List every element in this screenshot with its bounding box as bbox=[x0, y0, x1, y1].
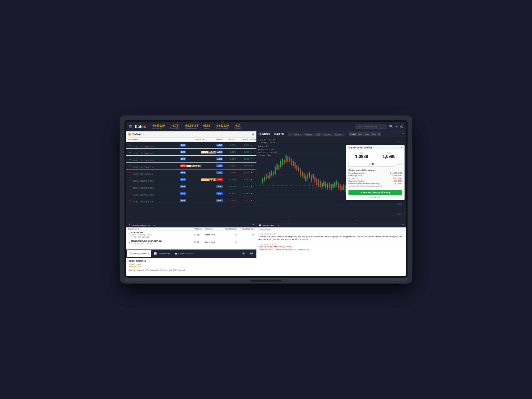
hamburger-menu[interactable]: ☰ bbox=[129, 124, 132, 129]
search-placeholder[interactable]: Volltextsuche bbox=[259, 228, 271, 231]
watchlist-row[interactable]: ▼ US 30 Index USD | 17:15:27 | -0,13% BI… bbox=[126, 163, 256, 169]
watchlist-row[interactable]: ▲ ALPHABET INC C USD | 17:15:26 | +1,83%… bbox=[126, 190, 256, 197]
kaufen-button[interactable]: KAUFEN - kostenpflichtig bbox=[348, 190, 402, 195]
ask-badge: ASK bbox=[216, 171, 223, 174]
extra-options[interactable]: ⚙ bbox=[377, 132, 381, 136]
watchlist-row[interactable]: ▲ ALIBABA GROUP HOLDING LTD USD | 17:15:… bbox=[126, 142, 256, 149]
delete-button[interactable]: × bbox=[249, 178, 254, 181]
abbrechen-button[interactable]: Abbrechen bbox=[346, 196, 404, 200]
margin-label: Margin bbox=[204, 127, 209, 129]
watchlist-row[interactable]: ▼ Gold USD | 17:15:17 | -1,58% BID 1.943… bbox=[126, 169, 256, 176]
tab-auftragsübersicht[interactable]: 📋 Auftragsübersicht bbox=[127, 250, 151, 257]
delete-button[interactable]: × bbox=[249, 185, 254, 188]
stop-tab[interactable]: Stop bbox=[364, 132, 370, 136]
chart-orders: ● Orders (0) bbox=[258, 145, 277, 148]
bid-badge: BID bbox=[180, 185, 186, 188]
delete-button[interactable]: × bbox=[249, 164, 254, 167]
cost-info-row: Handelsgegenwert: 5.465,25 USD bbox=[348, 172, 402, 174]
size-input-field[interactable] bbox=[348, 162, 395, 167]
watchlist-panel: Default × + ☰ Instrument Verkaufen Kaufe… bbox=[126, 131, 256, 223]
overnight-val: -0,92 EUR bbox=[393, 180, 402, 182]
order-panel-menu[interactable]: ☰ bbox=[247, 250, 255, 257]
trend-icon: ▲ bbox=[128, 143, 132, 147]
delete-button[interactable]: × bbox=[249, 192, 254, 195]
modal-close-button[interactable]: × bbox=[401, 146, 402, 149]
kontohistorie-icon: 📊 bbox=[154, 252, 157, 255]
gesamt-val: -1,51 EUR bbox=[393, 182, 402, 185]
tab-experten-news[interactable]: 📰 Experten-News bbox=[173, 250, 195, 257]
positions-row[interactable]: ▲ MERCEDES-BENZ GROUP AG 1 EUR | 17:15:2… bbox=[126, 239, 256, 245]
instrument-name: OMV AG bbox=[133, 184, 180, 187]
bid-value: 41.560 bbox=[186, 185, 201, 188]
power-icon[interactable]: ⏻ bbox=[400, 125, 403, 128]
market-tab[interactable]: Market bbox=[349, 132, 357, 136]
trend-icon: ▼ bbox=[128, 164, 132, 168]
screen: ☰ flatex +99.881,09 Kontostand ▼ +3,79 T… bbox=[126, 122, 406, 276]
modal-ask-label: ASK bbox=[387, 152, 391, 154]
kerzen-dropdown[interactable]: Kerzen ▼ bbox=[322, 133, 333, 136]
bid-value: 195.770 bbox=[186, 199, 201, 202]
bid-badge: BID bbox=[180, 192, 186, 195]
kontostand-label[interactable]: Kontostand ▼ bbox=[152, 127, 164, 129]
news-menu[interactable]: ☰ bbox=[402, 224, 404, 227]
watchlist-row[interactable]: ▲ OMV AG EUR | 17:15:22 | +0,62% BID 41.… bbox=[126, 183, 256, 190]
left-column: Default × + ☰ Instrument Verkaufen Kaufe… bbox=[126, 131, 256, 276]
instrument-name: Gold bbox=[133, 171, 180, 173]
watchlist-row[interactable]: ▲ Euro 50 Index EUR | 17:15:27 | +2,03% … bbox=[126, 156, 256, 163]
watchlist-row[interactable]: ▼ FIRST SOLAR INC USD | 17:15:16 | -0,74… bbox=[126, 197, 256, 204]
positions-panel: 📍 Positionsübersicht + ☰ Erstellt am ▼ W… bbox=[126, 223, 256, 250]
ask-badge: ASK bbox=[216, 157, 223, 160]
watchlist-columns: Instrument Verkaufen Kaufen Veränd. Verä… bbox=[126, 138, 256, 142]
delete-button[interactable]: × bbox=[249, 151, 254, 153]
delete-button[interactable]: × bbox=[249, 171, 254, 174]
oco-tab[interactable]: OCO bbox=[370, 132, 377, 136]
news-add[interactable]: + bbox=[278, 224, 279, 227]
modal-cost-info: Basis-Kosteninformationen Handelsgegenwe… bbox=[346, 168, 404, 188]
watchlist-row[interactable]: ▲ MERCEDES-BENZ GROUP AG EUR | 17:15:27 … bbox=[126, 176, 256, 183]
instrument-search[interactable] bbox=[355, 124, 387, 129]
change-val: +0,070 bbox=[236, 144, 249, 146]
6monate-button[interactable]: 6 Monate bbox=[303, 133, 314, 136]
positions-menu[interactable]: ☰ bbox=[252, 224, 254, 227]
watchlist-row[interactable]: ▲ APPLE INC USD | 17:15:29 | +0,62% BID … bbox=[126, 149, 256, 156]
sma-dropdown[interactable]: SMA ▼ bbox=[293, 133, 302, 136]
modal-header: Market Order erteilen × bbox=[346, 145, 404, 150]
delete-button[interactable]: × bbox=[249, 157, 254, 160]
instrument-sub: USD | 17:15:26 | +1,83% bbox=[133, 194, 180, 196]
modal-title: Market Order erteilen bbox=[348, 146, 373, 149]
gesamt-label: Gesamtkosten/Renditeauswirkung: bbox=[348, 182, 379, 185]
ask-value: 41.500 bbox=[201, 185, 216, 188]
add-tab-button[interactable]: + bbox=[240, 250, 247, 257]
delete-button[interactable]: × bbox=[249, 144, 254, 147]
instrument-sub: EUR | 17:15:27 | +2,03% bbox=[133, 159, 180, 161]
news-date: 27.07.2023, 17:00:15 bbox=[259, 233, 404, 235]
instrument-name: MERCEDES-BENZ GROUP AG bbox=[133, 177, 180, 180]
watchlist-menu-icon[interactable]: ☰ bbox=[252, 133, 254, 136]
search-icon[interactable]: 🔍 bbox=[389, 125, 393, 128]
change-pct: +3,99% bbox=[223, 178, 236, 181]
limit-tab[interactable]: Limit bbox=[357, 132, 364, 136]
mail-icon[interactable]: ✉ bbox=[395, 125, 398, 128]
watchlist-tab-add[interactable]: + bbox=[147, 132, 149, 136]
news-link[interactable]: LAM RESEARCH - Aktionäre ziehen nach Zah… bbox=[259, 248, 404, 251]
positions-row[interactable]: ▲ ADIDAS AG EUR | 17:15:27 | +7,81% 27.0… bbox=[126, 231, 256, 239]
news-title-link[interactable]: LAM RESEARCH CORP (-17,99%) bbox=[259, 246, 404, 248]
arrow-down-icon: ▼ bbox=[129, 172, 131, 174]
watchlist-tab-label[interactable]: Default bbox=[132, 133, 142, 136]
modal-ask-value: 1,0990 bbox=[383, 154, 396, 159]
watchlist-tab-close[interactable]: × bbox=[143, 133, 144, 136]
experten-news-label: Experten-News bbox=[178, 252, 193, 255]
delete-button[interactable]: × bbox=[249, 199, 254, 202]
extras-dropdown[interactable]: Extras ▼ bbox=[334, 133, 344, 136]
1tag-button[interactable]: 1 Tag bbox=[314, 133, 322, 136]
trend-icon: ▼ bbox=[128, 199, 132, 202]
ask-value: 132.080 bbox=[201, 192, 216, 195]
chart-menu-icon[interactable]: ☰ bbox=[401, 133, 404, 136]
bid-value: 4.440,00 bbox=[186, 158, 201, 160]
t-up-button[interactable]: T↑ bbox=[288, 133, 293, 136]
pos-arrow-icon: ▲ bbox=[128, 241, 130, 243]
col-falligkeit: Fälligkeit bbox=[205, 228, 220, 230]
chart-panel: EURUSD DAX 30 T↑ SMA ▼ 6 Monate 1 Tag Ke… bbox=[256, 131, 406, 276]
tab-kontohistorie[interactable]: 📊 Kontohistorie bbox=[152, 250, 172, 257]
positions-add[interactable]: + bbox=[153, 224, 155, 227]
